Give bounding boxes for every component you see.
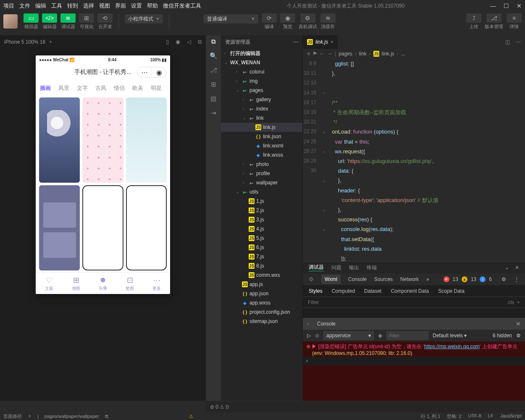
add-icon[interactable]: + [517, 299, 520, 305]
ext2-icon[interactable]: ▤ [210, 95, 216, 102]
more-tabs-icon[interactable]: » [426, 276, 429, 282]
menu-item[interactable]: 工具 [51, 2, 62, 10]
tree-item[interactable]: JS link.js [221, 123, 302, 132]
menu-item[interactable]: 帮助 [147, 2, 158, 10]
category-tab[interactable]: 风景 [58, 84, 69, 92]
inspect-icon[interactable]: ⯐ [309, 276, 314, 282]
filter-input[interactable]: Filter [308, 299, 319, 305]
gear-icon[interactable]: ⚙ [501, 276, 506, 282]
split-icon[interactable]: ◫ [505, 39, 510, 45]
styles-tab[interactable]: Computed [332, 288, 355, 294]
tree-item[interactable]: ⌄▸▪ utils [221, 187, 302, 197]
debugger-button[interactable]: ≋ [60, 13, 76, 23]
category-tab[interactable]: 文字 [77, 84, 88, 92]
bookmark-icon[interactable]: ⚑ [312, 51, 317, 57]
collapse-icon[interactable]: ⌄ [505, 265, 509, 270]
tree-item[interactable]: ◆ link.wxml [221, 141, 302, 150]
thumb[interactable] [82, 97, 123, 183]
branch-icon[interactable]: ⎇ [210, 66, 217, 74]
tree-item[interactable]: JS 6.js [221, 243, 302, 252]
category-tab[interactable]: 插画 [40, 84, 51, 92]
status-item[interactable]: 行 1, 列 1 [421, 413, 440, 420]
maximize-icon[interactable]: ☐ [504, 3, 509, 9]
styles-tab[interactable]: Dataset [364, 288, 381, 294]
tree-item[interactable]: ›▸▪ index [221, 104, 302, 113]
tree-item[interactable]: { } project.config.json [221, 307, 302, 317]
device-label[interactable]: iPhone 5 100% 16 [4, 39, 45, 45]
tree-item[interactable]: JS 5.js [221, 234, 302, 243]
bottom-nav-item[interactable]: ⊞潮图 [63, 273, 89, 294]
more-icon[interactable]: ⋯ [293, 39, 298, 45]
styles-tab[interactable]: Styles [309, 288, 323, 294]
tree-item[interactable]: ›▸▪ colorui [221, 67, 302, 76]
mode-dropdown[interactable]: 小程序模式▼ [125, 14, 163, 24]
preview-button[interactable]: ◉ [280, 13, 295, 23]
console-link[interactable]: https://mp.weixin.qq.com [424, 344, 480, 349]
thumb[interactable] [39, 97, 80, 183]
tree-item[interactable]: JS 3.js [221, 215, 302, 224]
breadcrumb[interactable]: ≡ ⚑ ← → | pages› link› JSlink.js› ... [303, 49, 525, 59]
record-icon[interactable]: ◉ [176, 39, 180, 45]
styles-tab[interactable]: Component Data [391, 288, 429, 294]
levels-select[interactable]: Default levels ▾ [433, 333, 467, 339]
debugger-tab[interactable]: 输出 [349, 264, 359, 271]
tree-item[interactable]: JS 1.js [221, 197, 302, 206]
debugger-tab[interactable]: 终端 [367, 264, 377, 271]
category-tab[interactable]: 欧美 [132, 84, 143, 92]
editor-tab[interactable]: JSlink.js× [303, 35, 338, 49]
editor-button[interactable]: </> [42, 13, 57, 23]
search-icon[interactable]: 🔍 [210, 52, 218, 60]
close-tab-icon[interactable]: × [331, 39, 333, 45]
status-item[interactable]: 空格: 2 [447, 413, 461, 420]
minimize-icon[interactable]: — [490, 3, 496, 9]
devtools-tab[interactable]: Network [400, 276, 419, 282]
category-tab[interactable]: 古风 [95, 84, 106, 92]
devtools-tab[interactable]: Sources [374, 276, 393, 282]
list-icon[interactable]: ≡ [307, 51, 310, 57]
device-icon[interactable]: ▯ [166, 39, 169, 45]
simulator-button[interactable]: ▭ [24, 13, 39, 23]
code-editor[interactable]: 8 9 10 11 12 13 14 15 16 17 18 19 20 21 … [303, 59, 525, 261]
play-icon[interactable]: ▷ [307, 333, 311, 339]
tree-item[interactable]: ›▸▪ profile [221, 169, 302, 178]
project-root[interactable]: ⌄WX_WENAN [221, 58, 302, 67]
tree-item[interactable]: JS app.js [221, 280, 302, 289]
devtools-tab[interactable]: Wxml [321, 275, 341, 284]
category-tab[interactable]: 情侣 [114, 84, 125, 92]
tree-item[interactable]: ›▸▪ photo [221, 160, 302, 169]
tree-item[interactable]: ⌄▸▪ pages [221, 86, 302, 95]
tree-item[interactable]: ◆ link.wxss [221, 150, 302, 160]
more-icon[interactable]: ⋯ [516, 39, 521, 45]
opened-editors[interactable]: ›打开的编辑器 [221, 49, 302, 58]
bottom-nav-item[interactable]: ⊡套图 [116, 273, 143, 294]
close-console-icon[interactable]: ✕ [516, 320, 521, 327]
remote-debug-button[interactable]: ⚙ [300, 13, 315, 23]
clear-cache-button[interactable]: ≋ [320, 13, 336, 23]
mute-icon[interactable]: ◁ [187, 39, 191, 45]
tree-item[interactable]: JS 8.js [221, 261, 302, 270]
back-icon[interactable]: ← [320, 51, 325, 57]
version-button[interactable]: ⎇ [486, 13, 501, 23]
close-panel-icon[interactable]: ✕ [515, 265, 519, 270]
devtools-tab[interactable]: Console [348, 276, 367, 282]
thumb[interactable] [126, 97, 167, 183]
page-path-label[interactable]: 页面路径 [3, 413, 22, 420]
eye-icon[interactable]: ◉ [378, 333, 382, 339]
warn-icon[interactable]: ⚠ [189, 414, 193, 419]
bottom-nav-item[interactable]: ☻头像 [89, 273, 116, 294]
tree-item[interactable]: JS 2.js [221, 206, 302, 215]
multi-icon[interactable]: ⧉ [198, 39, 202, 45]
forward-icon[interactable]: → [327, 51, 332, 57]
upload-button[interactable]: ⤴ [466, 13, 481, 23]
debugger-tab[interactable]: 问题 [331, 264, 341, 271]
context-select[interactable]: appservice▾ [323, 331, 374, 340]
status-item[interactable]: UTF-8 [468, 413, 481, 420]
details-button[interactable]: ≡ [507, 13, 522, 23]
tree-item[interactable]: ›▸▪ gallery [221, 95, 302, 104]
tree-item[interactable]: ◆ app.wxss [221, 298, 302, 307]
menu-item[interactable]: 转到 [67, 2, 78, 10]
thumb[interactable] [39, 185, 80, 270]
menu-item[interactable]: 文件 [19, 2, 30, 10]
tree-item[interactable]: { } link.json [221, 132, 302, 141]
avatar[interactable] [3, 14, 18, 29]
